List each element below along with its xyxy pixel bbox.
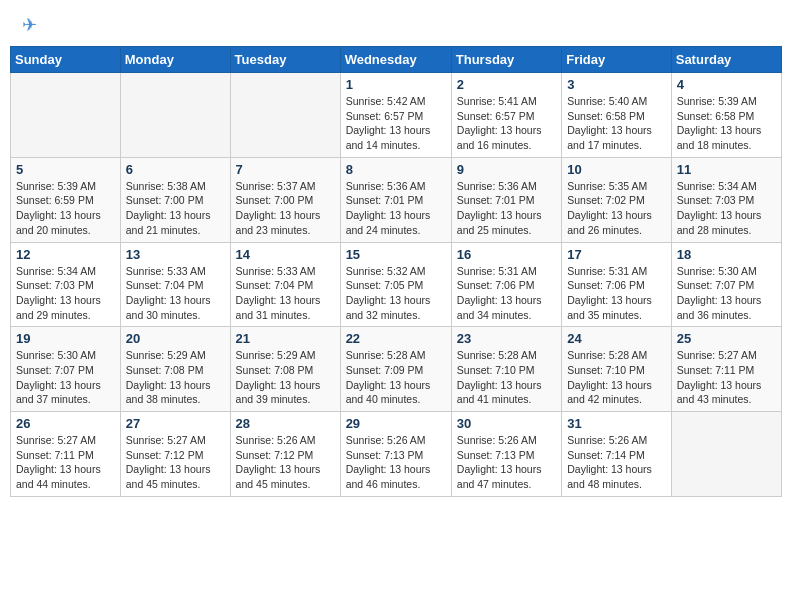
- calendar-table: SundayMondayTuesdayWednesdayThursdayFrid…: [10, 46, 782, 497]
- day-info: Sunrise: 5:29 AMSunset: 7:08 PMDaylight:…: [236, 348, 335, 407]
- day-info: Sunrise: 5:28 AMSunset: 7:09 PMDaylight:…: [346, 348, 446, 407]
- day-number: 2: [457, 77, 556, 92]
- day-header-saturday: Saturday: [671, 47, 781, 73]
- day-number: 20: [126, 331, 225, 346]
- day-info: Sunrise: 5:41 AMSunset: 6:57 PMDaylight:…: [457, 94, 556, 153]
- calendar-cell: 3Sunrise: 5:40 AMSunset: 6:58 PMDaylight…: [562, 73, 672, 158]
- day-number: 31: [567, 416, 666, 431]
- page-header: ✈: [10, 10, 782, 40]
- calendar-cell: 11Sunrise: 5:34 AMSunset: 7:03 PMDayligh…: [671, 157, 781, 242]
- day-number: 28: [236, 416, 335, 431]
- day-number: 27: [126, 416, 225, 431]
- calendar-week-row: 26Sunrise: 5:27 AMSunset: 7:11 PMDayligh…: [11, 412, 782, 497]
- day-number: 24: [567, 331, 666, 346]
- calendar-cell: 25Sunrise: 5:27 AMSunset: 7:11 PMDayligh…: [671, 327, 781, 412]
- day-info: Sunrise: 5:30 AMSunset: 7:07 PMDaylight:…: [677, 264, 776, 323]
- calendar-cell: 5Sunrise: 5:39 AMSunset: 6:59 PMDaylight…: [11, 157, 121, 242]
- day-info: Sunrise: 5:40 AMSunset: 6:58 PMDaylight:…: [567, 94, 666, 153]
- day-info: Sunrise: 5:39 AMSunset: 6:58 PMDaylight:…: [677, 94, 776, 153]
- day-header-monday: Monday: [120, 47, 230, 73]
- day-info: Sunrise: 5:36 AMSunset: 7:01 PMDaylight:…: [346, 179, 446, 238]
- day-number: 10: [567, 162, 666, 177]
- day-number: 7: [236, 162, 335, 177]
- calendar-cell: 23Sunrise: 5:28 AMSunset: 7:10 PMDayligh…: [451, 327, 561, 412]
- day-info: Sunrise: 5:27 AMSunset: 7:12 PMDaylight:…: [126, 433, 225, 492]
- calendar-cell: 6Sunrise: 5:38 AMSunset: 7:00 PMDaylight…: [120, 157, 230, 242]
- day-header-thursday: Thursday: [451, 47, 561, 73]
- day-info: Sunrise: 5:33 AMSunset: 7:04 PMDaylight:…: [236, 264, 335, 323]
- day-info: Sunrise: 5:34 AMSunset: 7:03 PMDaylight:…: [16, 264, 115, 323]
- day-number: 26: [16, 416, 115, 431]
- day-info: Sunrise: 5:26 AMSunset: 7:13 PMDaylight:…: [457, 433, 556, 492]
- day-info: Sunrise: 5:30 AMSunset: 7:07 PMDaylight:…: [16, 348, 115, 407]
- calendar-header-row: SundayMondayTuesdayWednesdayThursdayFrid…: [11, 47, 782, 73]
- calendar-cell: [11, 73, 121, 158]
- day-header-tuesday: Tuesday: [230, 47, 340, 73]
- calendar-cell: 30Sunrise: 5:26 AMSunset: 7:13 PMDayligh…: [451, 412, 561, 497]
- calendar-cell: 17Sunrise: 5:31 AMSunset: 7:06 PMDayligh…: [562, 242, 672, 327]
- calendar-cell: 26Sunrise: 5:27 AMSunset: 7:11 PMDayligh…: [11, 412, 121, 497]
- calendar-cell: 9Sunrise: 5:36 AMSunset: 7:01 PMDaylight…: [451, 157, 561, 242]
- logo-bird-icon: ✈: [22, 14, 37, 36]
- day-info: Sunrise: 5:33 AMSunset: 7:04 PMDaylight:…: [126, 264, 225, 323]
- calendar-cell: 7Sunrise: 5:37 AMSunset: 7:00 PMDaylight…: [230, 157, 340, 242]
- day-number: 22: [346, 331, 446, 346]
- day-info: Sunrise: 5:28 AMSunset: 7:10 PMDaylight:…: [457, 348, 556, 407]
- day-info: Sunrise: 5:26 AMSunset: 7:13 PMDaylight:…: [346, 433, 446, 492]
- day-number: 6: [126, 162, 225, 177]
- calendar-cell: 29Sunrise: 5:26 AMSunset: 7:13 PMDayligh…: [340, 412, 451, 497]
- day-number: 21: [236, 331, 335, 346]
- calendar-cell: 1Sunrise: 5:42 AMSunset: 6:57 PMDaylight…: [340, 73, 451, 158]
- calendar-cell: [671, 412, 781, 497]
- day-header-sunday: Sunday: [11, 47, 121, 73]
- day-number: 30: [457, 416, 556, 431]
- calendar-cell: 15Sunrise: 5:32 AMSunset: 7:05 PMDayligh…: [340, 242, 451, 327]
- calendar-cell: 12Sunrise: 5:34 AMSunset: 7:03 PMDayligh…: [11, 242, 121, 327]
- day-number: 25: [677, 331, 776, 346]
- day-info: Sunrise: 5:27 AMSunset: 7:11 PMDaylight:…: [16, 433, 115, 492]
- calendar-cell: 24Sunrise: 5:28 AMSunset: 7:10 PMDayligh…: [562, 327, 672, 412]
- day-number: 15: [346, 247, 446, 262]
- day-info: Sunrise: 5:32 AMSunset: 7:05 PMDaylight:…: [346, 264, 446, 323]
- day-number: 29: [346, 416, 446, 431]
- day-number: 5: [16, 162, 115, 177]
- calendar-cell: 21Sunrise: 5:29 AMSunset: 7:08 PMDayligh…: [230, 327, 340, 412]
- day-number: 14: [236, 247, 335, 262]
- day-info: Sunrise: 5:34 AMSunset: 7:03 PMDaylight:…: [677, 179, 776, 238]
- day-info: Sunrise: 5:31 AMSunset: 7:06 PMDaylight:…: [457, 264, 556, 323]
- day-number: 23: [457, 331, 556, 346]
- day-number: 12: [16, 247, 115, 262]
- day-number: 17: [567, 247, 666, 262]
- day-number: 16: [457, 247, 556, 262]
- day-header-wednesday: Wednesday: [340, 47, 451, 73]
- calendar-week-row: 12Sunrise: 5:34 AMSunset: 7:03 PMDayligh…: [11, 242, 782, 327]
- calendar-cell: 22Sunrise: 5:28 AMSunset: 7:09 PMDayligh…: [340, 327, 451, 412]
- calendar-week-row: 1Sunrise: 5:42 AMSunset: 6:57 PMDaylight…: [11, 73, 782, 158]
- day-number: 1: [346, 77, 446, 92]
- day-number: 13: [126, 247, 225, 262]
- day-number: 18: [677, 247, 776, 262]
- calendar-cell: 16Sunrise: 5:31 AMSunset: 7:06 PMDayligh…: [451, 242, 561, 327]
- day-number: 8: [346, 162, 446, 177]
- day-info: Sunrise: 5:35 AMSunset: 7:02 PMDaylight:…: [567, 179, 666, 238]
- day-info: Sunrise: 5:39 AMSunset: 6:59 PMDaylight:…: [16, 179, 115, 238]
- day-info: Sunrise: 5:37 AMSunset: 7:00 PMDaylight:…: [236, 179, 335, 238]
- day-info: Sunrise: 5:36 AMSunset: 7:01 PMDaylight:…: [457, 179, 556, 238]
- calendar-cell: 10Sunrise: 5:35 AMSunset: 7:02 PMDayligh…: [562, 157, 672, 242]
- day-info: Sunrise: 5:31 AMSunset: 7:06 PMDaylight:…: [567, 264, 666, 323]
- calendar-cell: 4Sunrise: 5:39 AMSunset: 6:58 PMDaylight…: [671, 73, 781, 158]
- calendar-cell: 2Sunrise: 5:41 AMSunset: 6:57 PMDaylight…: [451, 73, 561, 158]
- day-info: Sunrise: 5:26 AMSunset: 7:14 PMDaylight:…: [567, 433, 666, 492]
- calendar-cell: [230, 73, 340, 158]
- calendar-cell: 14Sunrise: 5:33 AMSunset: 7:04 PMDayligh…: [230, 242, 340, 327]
- day-header-friday: Friday: [562, 47, 672, 73]
- calendar-cell: 31Sunrise: 5:26 AMSunset: 7:14 PMDayligh…: [562, 412, 672, 497]
- day-info: Sunrise: 5:29 AMSunset: 7:08 PMDaylight:…: [126, 348, 225, 407]
- calendar-cell: 13Sunrise: 5:33 AMSunset: 7:04 PMDayligh…: [120, 242, 230, 327]
- calendar-cell: 19Sunrise: 5:30 AMSunset: 7:07 PMDayligh…: [11, 327, 121, 412]
- day-info: Sunrise: 5:28 AMSunset: 7:10 PMDaylight:…: [567, 348, 666, 407]
- day-number: 19: [16, 331, 115, 346]
- day-number: 11: [677, 162, 776, 177]
- calendar-cell: 27Sunrise: 5:27 AMSunset: 7:12 PMDayligh…: [120, 412, 230, 497]
- day-info: Sunrise: 5:38 AMSunset: 7:00 PMDaylight:…: [126, 179, 225, 238]
